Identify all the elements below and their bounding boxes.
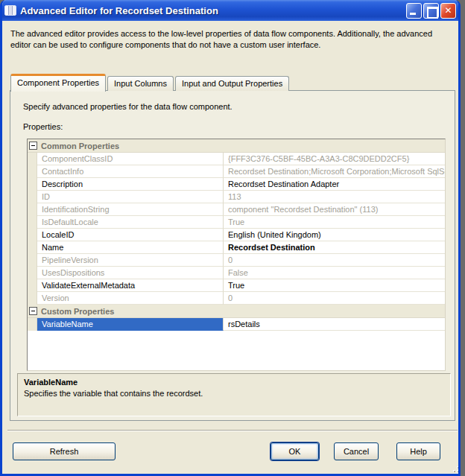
property-value[interactable]: Recordset Destination Adapter (224, 178, 445, 191)
property-name[interactable]: ContactInfo (37, 165, 224, 178)
maximize-button[interactable] (423, 3, 439, 19)
property-name[interactable]: VariableName (37, 318, 224, 331)
property-row-identificationstring[interactable]: IdentificationStringcomponent "Recordset… (28, 203, 445, 216)
row-indent (28, 229, 37, 241)
property-description-text: Specifies the variable that contains the… (24, 389, 444, 398)
property-name[interactable]: ID (37, 191, 224, 203)
property-name[interactable]: ComponentClassID (37, 153, 224, 165)
row-indent (28, 279, 37, 292)
properties-label: Properties: (23, 122, 63, 131)
row-indent (28, 178, 37, 191)
minimize-button[interactable] (406, 3, 422, 19)
property-value[interactable]: Recordset Destination;Microsoft Corporat… (224, 165, 445, 178)
tab-input-and-output-properties[interactable]: Input and Output Properties (175, 76, 289, 91)
category-row-common-properties[interactable]: Common Properties (28, 139, 445, 153)
collapse-minus-icon[interactable] (29, 307, 37, 315)
property-row-version[interactable]: Version0 (28, 292, 445, 305)
property-name[interactable]: Name (37, 241, 224, 254)
property-value[interactable]: {FFF3C376-C5BF-45BC-A3A3-C8C9DEDD2CF5} (224, 153, 445, 165)
row-indent (28, 241, 37, 254)
property-name[interactable]: IsDefaultLocale (37, 216, 224, 229)
property-name[interactable]: IdentificationString (37, 203, 224, 216)
property-row-variablename[interactable]: VariableNamersDetails (28, 318, 445, 331)
property-name[interactable]: Description (37, 178, 224, 191)
property-value[interactable]: True (224, 216, 445, 229)
property-row-pipelineversion[interactable]: PipelineVersion0 (28, 254, 445, 267)
refresh-button[interactable]: Refresh (13, 442, 116, 460)
ok-button[interactable]: OK (271, 442, 319, 460)
property-row-id[interactable]: ID113 (28, 191, 445, 203)
footer-divider (7, 430, 458, 431)
titlebar[interactable]: Advanced Editor for Recordset Destinatio… (0, 0, 461, 21)
row-indent (28, 191, 37, 203)
component-properties-tab-page: Specify advanced properties for the data… (10, 90, 455, 421)
row-indent (28, 203, 37, 216)
property-value[interactable]: component "Recordset Destination" (113) (224, 203, 445, 216)
property-name[interactable]: PipelineVersion (37, 254, 224, 267)
property-row-isdefaultlocale[interactable]: IsDefaultLocaleTrue (28, 216, 445, 229)
property-value[interactable]: 0 (224, 292, 445, 305)
tab-instruction: Specify advanced properties for the data… (23, 102, 232, 111)
tab-strip: Component PropertiesInput ColumnsInput a… (10, 73, 291, 91)
property-description-title: VariableName (24, 378, 444, 387)
property-value[interactable]: True (224, 279, 445, 292)
close-button[interactable] (440, 3, 456, 19)
help-button[interactable]: Help (396, 442, 440, 460)
property-grid[interactable]: Common PropertiesComponentClassID{FFF3C3… (27, 139, 446, 371)
property-row-localeid[interactable]: LocaleIDEnglish (United Kingdom) (28, 229, 445, 241)
category-label: Common Properties (41, 142, 119, 150)
dialog-description: The advanced editor provides access to t… (10, 28, 452, 51)
tab-input-columns[interactable]: Input Columns (107, 76, 174, 91)
row-indent (28, 153, 37, 165)
property-name[interactable]: UsesDispositions (37, 267, 224, 279)
row-indent (28, 318, 37, 331)
resize-grip[interactable] (453, 463, 461, 472)
property-value[interactable]: False (224, 267, 445, 279)
advanced-editor-dialog: Advanced Editor for Recordset Destinatio… (0, 0, 461, 476)
category-label: Custom Properties (41, 307, 114, 316)
property-description-panel: VariableName Specifies the variable that… (17, 373, 451, 416)
row-indent (28, 165, 37, 178)
property-value[interactable]: English (United Kingdom) (224, 229, 445, 241)
property-name[interactable]: Version (37, 292, 224, 305)
property-value[interactable]: Recordset Destination (224, 241, 445, 254)
tab-component-properties[interactable]: Component Properties (10, 74, 106, 92)
property-row-contactinfo[interactable]: ContactInfoRecordset Destination;Microso… (28, 165, 445, 178)
property-value[interactable]: 0 (224, 254, 445, 267)
category-row-custom-properties[interactable]: Custom Properties (28, 305, 445, 318)
row-indent (28, 254, 37, 267)
property-name[interactable]: ValidateExternalMetadata (37, 279, 224, 292)
property-row-usesdispositions[interactable]: UsesDispositionsFalse (28, 267, 445, 279)
property-row-description[interactable]: DescriptionRecordset Destination Adapter (28, 178, 445, 191)
collapse-minus-icon[interactable] (29, 142, 37, 150)
property-row-componentclassid[interactable]: ComponentClassID{FFF3C376-C5BF-45BC-A3A3… (28, 153, 445, 165)
row-indent (28, 216, 37, 229)
property-name[interactable]: LocaleID (37, 229, 224, 241)
property-row-validateexternalmetadata[interactable]: ValidateExternalMetadataTrue (28, 279, 445, 292)
property-value[interactable]: rsDetails (224, 318, 445, 331)
cancel-button[interactable]: Cancel (334, 442, 379, 460)
grid-columns-icon (4, 5, 16, 16)
window-title: Advanced Editor for Recordset Destinatio… (20, 5, 405, 16)
property-value[interactable]: 113 (224, 191, 445, 203)
row-indent (28, 267, 37, 279)
row-indent (28, 292, 37, 305)
property-row-name[interactable]: NameRecordset Destination (28, 241, 445, 254)
